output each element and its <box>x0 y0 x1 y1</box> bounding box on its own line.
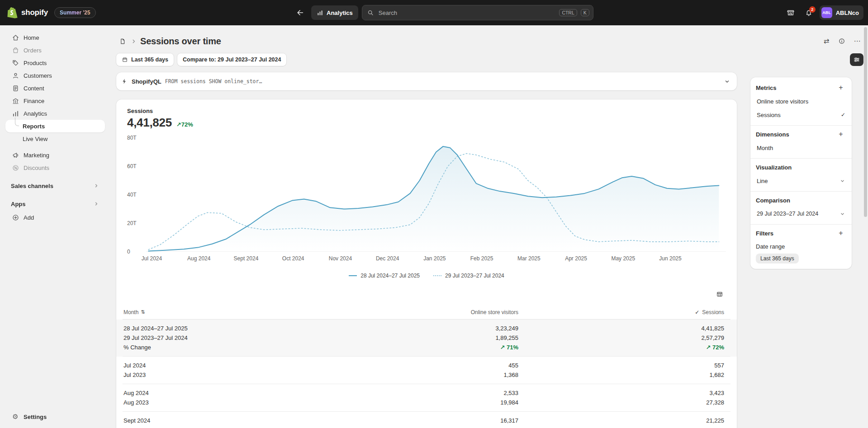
sidebar-item-label: Reports <box>23 123 45 130</box>
breadcrumb: Sessions over time <box>116 35 221 47</box>
date-range-label: Last 365 days <box>131 56 168 63</box>
metric-change: ↗72% <box>176 121 193 128</box>
sidebar-item-marketing[interactable]: Marketing <box>5 149 105 161</box>
marketing-icon <box>11 151 20 159</box>
shopifyql-bar[interactable]: ShopifyQL FROM sessions SHOW online_stor… <box>116 72 737 90</box>
add-filter-button[interactable]: + <box>835 228 846 239</box>
sidebar-item-label: Content <box>24 85 44 92</box>
compare-to-button[interactable]: Compare to: 29 Jul 2023–27 Jul 2024 <box>177 53 286 66</box>
sidebar-item-home[interactable]: Home <box>5 31 105 44</box>
info-icon <box>838 38 845 45</box>
table-view-button[interactable] <box>713 288 726 301</box>
add-dimension-button[interactable]: + <box>835 129 846 140</box>
shopifyql-label: ShopifyQL <box>132 78 161 85</box>
plus-icon: + <box>839 130 843 138</box>
section-title: Comparison <box>756 197 790 204</box>
chip-label: Last 365 days <box>760 255 794 262</box>
chevron-right-icon <box>131 38 137 44</box>
toolbar-left: Last 365 days Compare to: 29 Jul 2023–27… <box>116 53 286 66</box>
sidebar-item-discounts[interactable]: Discounts <box>5 161 105 174</box>
sidebar-item-add[interactable]: Add <box>5 211 105 224</box>
main-content: Sessions over time ⇄ ⋯ Last 365 days Com… <box>110 25 863 428</box>
search-bar[interactable]: CTRL K <box>362 5 593 20</box>
y-axis-label: 80T <box>127 135 143 141</box>
swap-report-button[interactable]: ⇄ <box>820 35 833 47</box>
y-axis-label: 0 <box>127 249 143 255</box>
table-row-group-totals: 28 Jul 2024–27 Jul 2025 3,23,249 4,41,82… <box>123 320 730 357</box>
shopify-bag-icon <box>7 7 18 19</box>
expand-query-button[interactable] <box>721 75 733 88</box>
lightning-icon <box>121 78 128 85</box>
analytics-context-pill[interactable]: Analytics <box>311 5 358 20</box>
comparison-section: Comparison 29 Jul 2023–27 Jul 2024 <box>750 191 852 224</box>
shopify-logo[interactable]: shopify <box>7 7 48 19</box>
x-axis-label: Aug 2024 <box>187 255 210 262</box>
visualization-select[interactable]: Line <box>756 174 846 188</box>
report-column: ShopifyQL FROM sessions SHOW online_stor… <box>116 72 737 428</box>
dimensions-section-header: Dimensions + <box>756 127 846 141</box>
section-label: Apps <box>11 201 26 207</box>
x-axis-labels: Jul 2024Aug 2024Sept 2024Oct 2024Nov 202… <box>146 255 726 263</box>
storefront-button[interactable] <box>783 5 798 20</box>
sidebar-item-settings[interactable]: ⚙ Settings <box>5 410 105 423</box>
check-icon: ✓ <box>841 112 845 118</box>
table-row-group: Aug 2024 2,533 3,423 Aug 2023 19,984 27,… <box>123 384 730 412</box>
orders-icon <box>11 47 20 54</box>
search-icon <box>367 9 374 16</box>
sidebar-item-products[interactable]: Products <box>5 56 105 69</box>
sort-icon: ⇅ <box>141 309 145 315</box>
metric-option-sessions[interactable]: Sessions ✓ <box>756 108 846 122</box>
section-title: Visualization <box>756 164 792 171</box>
metric-option-online-store-visitors[interactable]: Online store visitors <box>756 94 846 108</box>
vertical-scrollbar[interactable] <box>864 27 867 217</box>
report-doc-button[interactable] <box>116 35 129 47</box>
y-axis-label: 40T <box>127 192 143 198</box>
chevron-down-icon <box>840 211 845 217</box>
sidebar-item-label: Add <box>24 214 34 221</box>
sidebar-item-analytics[interactable]: Analytics <box>5 107 105 120</box>
column-header-month[interactable]: Month ⇅ <box>123 309 322 315</box>
metrics-section: Metrics + Online store visitors Sessions… <box>750 79 852 125</box>
sidebar-item-finance[interactable]: Finance <box>5 94 105 107</box>
sidebar-item-reports[interactable]: Reports <box>5 120 105 132</box>
back-button[interactable] <box>293 5 308 20</box>
sidebar-item-label: Analytics <box>24 110 47 117</box>
option-label: Sessions <box>757 112 781 118</box>
sidebar-item-content[interactable]: Content <box>5 82 105 94</box>
comparison-select[interactable]: 29 Jul 2023–27 Jul 2024 <box>756 207 846 221</box>
sidebar-item-orders[interactable]: Orders <box>5 44 105 56</box>
metric-row: 4,41,825 ↗72% <box>127 116 726 130</box>
sliders-icon <box>853 56 860 63</box>
x-axis-label: Jan 2025 <box>423 255 446 262</box>
chart-plot: Jul 2024Aug 2024Sept 2024Oct 2024Nov 202… <box>146 138 726 263</box>
y-axis-label: 20T <box>127 220 143 226</box>
notifications-button[interactable]: 2 <box>802 5 816 20</box>
sidebar-item-live-view[interactable]: Live View <box>5 132 105 145</box>
products-icon <box>11 59 20 67</box>
customize-panel-toggle[interactable] <box>850 53 863 66</box>
sidebar-item-customers[interactable]: Customers <box>5 69 105 82</box>
profile-menu[interactable]: ABL ABLNco <box>820 5 863 20</box>
y-axis-labels: 80T 60T 40T 20T 0 <box>127 135 143 255</box>
sidebar-section-sales-channels[interactable]: Sales channels <box>5 179 105 192</box>
customize-panel: Metrics + Online store visitors Sessions… <box>750 77 852 269</box>
info-button[interactable] <box>835 35 848 47</box>
swap-icon: ⇄ <box>824 37 830 45</box>
date-range-button[interactable]: Last 365 days <box>116 53 174 66</box>
filter-label: Date range <box>756 241 846 252</box>
version-badge[interactable]: Summer '25 <box>54 7 96 18</box>
dimensions-section: Dimensions + Month <box>750 125 852 158</box>
compare-to-label: Compare to: 29 Jul 2023–27 Jul 2024 <box>183 56 281 63</box>
sidebar-item-label: Customers <box>24 72 52 79</box>
more-actions-button[interactable]: ⋯ <box>851 35 863 47</box>
sidebar-item-label: Settings <box>24 414 47 420</box>
dimension-option-month[interactable]: Month <box>756 141 846 155</box>
sidebar-section-apps[interactable]: Apps <box>5 198 105 210</box>
option-label: Month <box>757 145 773 151</box>
brand-wordmark: shopify <box>21 8 48 17</box>
search-input[interactable] <box>378 9 556 17</box>
table-row-group: Sept 2024 16,317 21,225 Sept 2023 12,130… <box>123 412 730 428</box>
date-range-filter-chip[interactable]: Last 365 days <box>756 254 799 263</box>
add-metric-button[interactable]: + <box>835 82 846 93</box>
sidebar-item-label: Home <box>24 34 39 41</box>
